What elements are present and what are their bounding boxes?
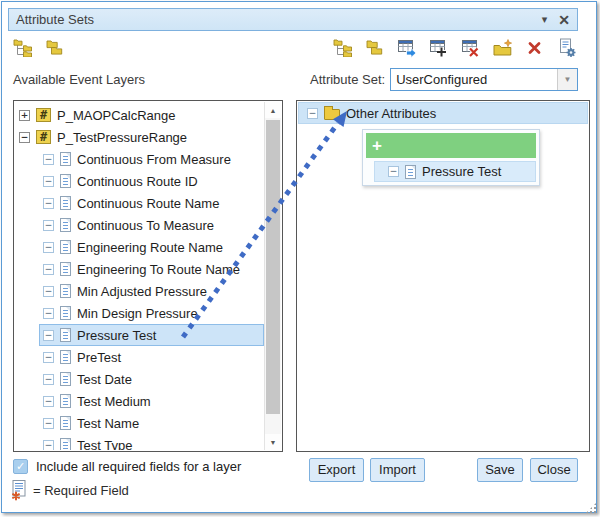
group-other-attributes[interactable]: − Other Attributes xyxy=(298,102,588,124)
required-field-icon xyxy=(11,480,28,501)
open-folders-icon[interactable] xyxy=(44,37,66,59)
tree-item[interactable]: − Test Name xyxy=(39,412,264,434)
scrollbar[interactable]: ▲ ▼ xyxy=(264,102,281,450)
tree-item[interactable]: + P_MAOPCalcRange xyxy=(15,104,264,126)
titlebar[interactable]: Attribute Sets ▾ ✕ xyxy=(8,8,578,31)
tree-item[interactable]: − Continuous Route Name xyxy=(39,192,264,214)
field-icon xyxy=(60,350,71,364)
field-icon xyxy=(60,394,71,408)
close-icon[interactable]: ✕ xyxy=(558,12,570,28)
save-button[interactable]: Save xyxy=(477,458,523,482)
field-icon xyxy=(60,152,71,166)
tree-item-label: Pressure Test xyxy=(77,328,156,343)
collapse-box-icon[interactable]: − xyxy=(43,176,54,187)
import-button[interactable]: Import xyxy=(370,458,425,482)
drop-add-indicator: + xyxy=(366,133,536,158)
collapse-box-icon[interactable]: − xyxy=(43,286,54,297)
table-export-icon[interactable] xyxy=(396,37,418,59)
toolbar xyxy=(12,36,578,60)
tree-item-selected[interactable]: − Pressure Test xyxy=(39,324,264,346)
collapse-box-icon[interactable]: − xyxy=(19,132,30,143)
attribute-set-value: UserConfigured xyxy=(391,72,557,87)
include-required-label: Include all required fields for a layer xyxy=(36,459,241,474)
tree-item[interactable]: − Engineering Route Name xyxy=(39,236,264,258)
collapse-box-icon[interactable]: − xyxy=(43,396,54,407)
tree-item-label: P_MAOPCalcRange xyxy=(57,108,176,123)
tree-item-label: Engineering To Route Name xyxy=(77,262,240,277)
tree-item-label: Test Medium xyxy=(77,394,151,409)
field-icon xyxy=(60,240,71,254)
document-settings-icon[interactable] xyxy=(556,37,578,59)
field-icon xyxy=(60,284,71,298)
new-folder-icon[interactable] xyxy=(492,37,514,59)
expand-layer-tree-icon[interactable] xyxy=(12,37,34,59)
tree-item-label: Test Date xyxy=(77,372,132,387)
tree-item[interactable]: − Min Adjusted Pressure xyxy=(39,280,264,302)
collapse-box-icon[interactable]: − xyxy=(43,308,54,319)
scrollbar-thumb[interactable] xyxy=(266,120,280,414)
tree-item-label: Test Type xyxy=(77,438,132,451)
field-icon xyxy=(60,438,71,450)
chevron-down-icon[interactable] xyxy=(557,69,577,90)
field-icon xyxy=(60,328,71,342)
tree-item[interactable]: − Test Medium xyxy=(39,390,264,412)
tree-item-label: Min Design Pressure xyxy=(77,306,198,321)
collapse-box-icon[interactable]: − xyxy=(43,154,54,165)
close-button[interactable]: Close xyxy=(530,458,578,482)
collapse-box-icon[interactable]: − xyxy=(43,220,54,231)
window-menu-button[interactable]: ▾ xyxy=(542,13,548,26)
export-button[interactable]: Export xyxy=(309,458,364,482)
scroll-down-icon[interactable]: ▼ xyxy=(265,434,281,450)
folder-icon xyxy=(324,109,340,120)
attribute-set-tree-icon[interactable] xyxy=(332,37,354,59)
tree-item[interactable]: − Test Type xyxy=(39,434,264,450)
collapse-box-icon[interactable]: − xyxy=(43,242,54,253)
field-icon xyxy=(60,262,71,276)
drag-ghost-label: Pressure Test xyxy=(422,164,501,179)
expand-box-icon[interactable]: + xyxy=(19,110,30,121)
tree-item-label: P_TestPressureRange xyxy=(57,130,187,145)
tree-item-label: Engineering Route Name xyxy=(77,240,223,255)
tree-item[interactable]: − P_TestPressureRange xyxy=(15,126,264,148)
window-title: Attribute Sets xyxy=(16,12,94,27)
include-required-checkbox[interactable]: ✓ xyxy=(13,459,28,474)
event-layer-icon xyxy=(36,108,51,122)
table-remove-icon[interactable] xyxy=(460,37,482,59)
tree-item-label: PreTest xyxy=(77,350,121,365)
tree-item[interactable]: − Continuous From Measure xyxy=(39,148,264,170)
tree-item[interactable]: − PreTest xyxy=(39,346,264,368)
attribute-set-select[interactable]: UserConfigured xyxy=(390,68,578,91)
tree-item[interactable]: − Continuous To Measure xyxy=(39,214,264,236)
field-icon xyxy=(60,372,71,386)
field-icon xyxy=(60,306,71,320)
scroll-up-icon[interactable]: ▲ xyxy=(265,102,281,118)
collapse-box-icon[interactable]: − xyxy=(43,418,54,429)
plus-icon: + xyxy=(372,136,382,155)
collapse-box-icon[interactable]: − xyxy=(43,440,54,451)
field-icon xyxy=(60,196,71,210)
collapse-box-icon[interactable]: − xyxy=(43,198,54,209)
tree-item[interactable]: − Continuous Route ID xyxy=(39,170,264,192)
copy-folders-icon[interactable] xyxy=(364,37,386,59)
tree-item-label: Continuous Route ID xyxy=(77,174,198,189)
group-label: Other Attributes xyxy=(346,106,436,121)
tree-item[interactable]: − Engineering To Route Name xyxy=(39,258,264,280)
collapse-box-icon[interactable]: − xyxy=(43,374,54,385)
field-icon xyxy=(405,165,416,179)
tree-item-label: Continuous To Measure xyxy=(77,218,214,233)
field-icon xyxy=(60,174,71,188)
drag-ghost-item: − Pressure Test xyxy=(374,161,536,182)
delete-x-icon[interactable] xyxy=(524,37,546,59)
collapse-box-icon[interactable]: − xyxy=(43,264,54,275)
table-add-icon[interactable] xyxy=(428,37,450,59)
collapse-box-icon[interactable]: − xyxy=(43,352,54,363)
required-field-legend: = Required Field xyxy=(33,483,129,498)
tree-item[interactable]: − Test Date xyxy=(39,368,264,390)
tree-item-label: Continuous Route Name xyxy=(77,196,219,211)
attribute-set-label: Attribute Set: xyxy=(310,72,385,87)
collapse-box-icon[interactable]: − xyxy=(307,108,318,119)
tree-item[interactable]: − Min Design Pressure xyxy=(39,302,264,324)
tree-item-label: Test Name xyxy=(77,416,139,431)
collapse-box-icon[interactable]: − xyxy=(43,330,54,341)
drag-ghost: + − Pressure Test xyxy=(362,129,540,186)
